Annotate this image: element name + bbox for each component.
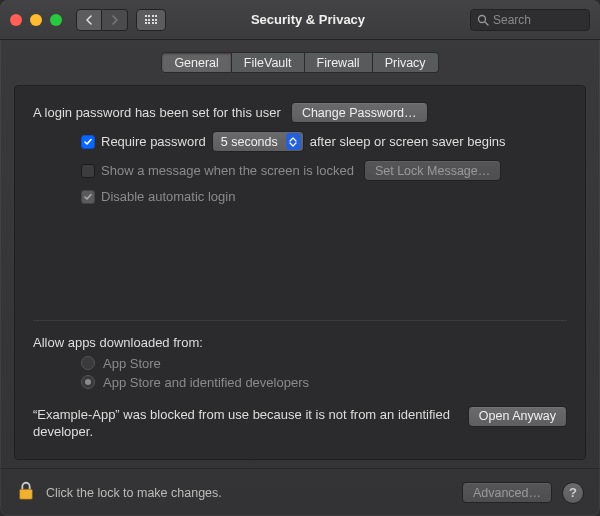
- require-password-delay-select[interactable]: 5 seconds: [212, 131, 304, 152]
- radio-app-store: [81, 356, 95, 370]
- require-password-delay-value: 5 seconds: [221, 135, 278, 149]
- tab-general[interactable]: General: [161, 52, 231, 73]
- require-password-label-post: after sleep or screen saver begins: [310, 134, 506, 149]
- lock-icon[interactable]: [16, 480, 36, 505]
- svg-point-0: [479, 15, 486, 22]
- require-password-label-pre: Require password: [101, 134, 206, 149]
- radio-identified-developers: [81, 375, 95, 389]
- tab-firewall[interactable]: Firewall: [305, 52, 373, 73]
- blocked-app-message: “Example-App” was blocked from use becau…: [33, 406, 456, 441]
- check-icon: [83, 192, 93, 202]
- show-message-label: Show a message when the screen is locked: [101, 163, 354, 178]
- login-password-label: A login password has been set for this u…: [33, 105, 281, 120]
- tab-privacy[interactable]: Privacy: [373, 52, 439, 73]
- help-button[interactable]: ?: [562, 482, 584, 504]
- blocked-app-row: “Example-App” was blocked from use becau…: [33, 406, 567, 441]
- titlebar: Security & Privacy Search: [0, 0, 600, 40]
- general-panel: A login password has been set for this u…: [14, 85, 586, 460]
- svg-rect-2: [20, 489, 33, 499]
- allow-downloads-heading: Allow apps downloaded from:: [33, 335, 567, 350]
- login-password-row: A login password has been set for this u…: [33, 102, 567, 123]
- disable-auto-login-row: Disable automatic login: [33, 189, 567, 204]
- tab-bar: General FileVault Firewall Privacy: [14, 52, 586, 73]
- search-input[interactable]: Search: [470, 9, 590, 31]
- window-title: Security & Privacy: [146, 12, 470, 27]
- zoom-window-button[interactable]: [50, 14, 62, 26]
- lock-hint-label: Click the lock to make changes.: [46, 486, 222, 500]
- radio-app-store-label: App Store: [103, 356, 161, 371]
- search-icon: [477, 14, 489, 26]
- nav-buttons: [76, 9, 128, 31]
- radio-identified-row: App Store and identified developers: [33, 375, 567, 390]
- stepper-icon: [286, 133, 301, 150]
- window-controls: [10, 14, 62, 26]
- back-button[interactable]: [76, 9, 102, 31]
- chevron-left-icon: [85, 15, 93, 25]
- search-placeholder: Search: [493, 13, 531, 27]
- change-password-button[interactable]: Change Password…: [291, 102, 428, 123]
- radio-identified-label: App Store and identified developers: [103, 375, 309, 390]
- advanced-button[interactable]: Advanced…: [462, 482, 552, 503]
- minimize-window-button[interactable]: [30, 14, 42, 26]
- open-anyway-button[interactable]: Open Anyway: [468, 406, 567, 427]
- footer: Click the lock to make changes. Advanced…: [0, 468, 600, 516]
- tab-filevault[interactable]: FileVault: [232, 52, 305, 73]
- disable-auto-login-checkbox: [81, 190, 95, 204]
- disable-auto-login-label: Disable automatic login: [101, 189, 235, 204]
- chevron-right-icon: [111, 15, 119, 25]
- content-area: General FileVault Firewall Privacy A log…: [0, 40, 600, 468]
- preferences-window: Security & Privacy Search General FileVa…: [0, 0, 600, 516]
- radio-app-store-row: App Store: [33, 356, 567, 371]
- require-password-row: Require password 5 seconds after sleep o…: [33, 131, 567, 152]
- show-message-row: Show a message when the screen is locked…: [33, 160, 567, 181]
- show-message-checkbox: [81, 164, 95, 178]
- set-lock-message-button: Set Lock Message…: [364, 160, 501, 181]
- svg-line-1: [485, 22, 488, 25]
- check-icon: [83, 137, 93, 147]
- forward-button: [102, 9, 128, 31]
- require-password-checkbox[interactable]: [81, 135, 95, 149]
- panel-separator: [33, 320, 567, 321]
- close-window-button[interactable]: [10, 14, 22, 26]
